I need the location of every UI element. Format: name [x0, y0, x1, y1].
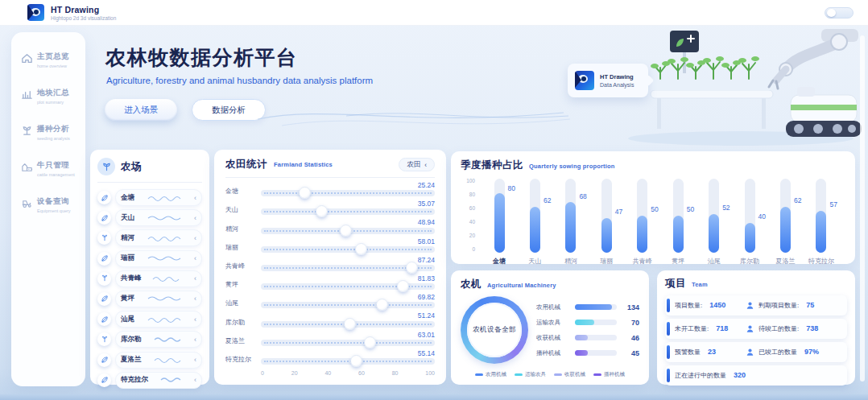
slider-track[interactable]: [261, 358, 435, 365]
theme-toggle[interactable]: [825, 7, 854, 19]
data-analysis-button[interactable]: 数据分析: [192, 99, 266, 121]
machinery-donut-chart[interactable]: 农机设备全部: [461, 296, 528, 364]
chevron-left-icon[interactable]: ‹: [194, 254, 196, 262]
farm-list-item[interactable]: 库尔勒‹: [97, 331, 202, 348]
legend-item[interactable]: 收获机械: [554, 371, 585, 378]
slider-track[interactable]: [261, 246, 435, 253]
slider-track[interactable]: [261, 208, 435, 215]
farm-list-item[interactable]: 特克拉尔‹: [97, 372, 202, 389]
farm-list-item[interactable]: 黄坪‹: [97, 291, 202, 307]
scrollbar[interactable]: [860, 35, 865, 381]
legend-item[interactable]: 农用机械: [475, 371, 506, 378]
bar-column[interactable]: 40库尔勒: [734, 179, 766, 266]
legend-item[interactable]: 播种机械: [593, 371, 625, 378]
farmland-filter-button[interactable]: 农田 ‹: [399, 158, 435, 171]
slider-value: 69.82: [418, 293, 435, 301]
slider-thumb[interactable]: [364, 336, 376, 348]
leaf-icon: [97, 373, 111, 387]
slider-thumb[interactable]: [299, 187, 311, 199]
chevron-left-icon[interactable]: ‹: [194, 295, 196, 303]
chevron-left-icon[interactable]: ‹: [194, 315, 196, 324]
bar-column[interactable]: 62天山: [519, 179, 551, 266]
sidebar-item-equipment-query[interactable]: 设备查询 Equipment query: [21, 196, 85, 213]
bar-column[interactable]: 57特克拉尔: [805, 179, 837, 266]
sidebar-item-home[interactable]: 主页总览 home overview: [21, 52, 85, 68]
project-stat-card[interactable]: 项目数量:1450 到期项目数量:75: [665, 295, 847, 315]
farm-list-item[interactable]: 夏洛兰‹: [97, 352, 202, 369]
chevron-left-icon[interactable]: ‹: [194, 194, 196, 202]
slider-thumb[interactable]: [350, 355, 362, 367]
sidebar-item-plot-summary[interactable]: 地块汇总 plot summary: [21, 88, 85, 105]
farms-panel-title: 农场: [121, 160, 142, 174]
machinery-bar-row: 农用机械134: [536, 303, 639, 311]
stat-value: 738: [806, 324, 818, 332]
filter-label: 农田: [407, 160, 420, 170]
farm-name: 天山: [121, 213, 134, 223]
chevron-left-icon[interactable]: ‹: [194, 356, 196, 364]
slider-track[interactable]: [261, 302, 435, 308]
farm-list-item[interactable]: 共青峰‹: [97, 270, 202, 287]
slider-label: 特克拉尔: [225, 355, 256, 365]
chevron-left-icon[interactable]: ‹: [194, 376, 196, 384]
toggle-knob-icon[interactable]: [827, 9, 836, 17]
page-subtitle: Agriculture, forestry and animal husband…: [106, 76, 373, 85]
bar-value: 62: [544, 196, 551, 204]
slider-thumb[interactable]: [344, 318, 356, 330]
slider-track[interactable]: [261, 228, 435, 234]
bar-column[interactable]: 52汕尾: [698, 179, 730, 266]
slider-track[interactable]: [261, 265, 435, 271]
farm-list-item[interactable]: 精河‹: [97, 229, 202, 246]
hbar-track[interactable]: [575, 320, 617, 325]
farm-list-item[interactable]: 金塘‹: [97, 189, 202, 206]
farm-list-item[interactable]: 天山‹: [97, 209, 202, 226]
farm-list-item[interactable]: 汕尾‹: [97, 311, 202, 328]
page-title: 农林牧数据分析平台: [105, 44, 298, 71]
slider-thumb[interactable]: [397, 280, 409, 292]
bar-column[interactable]: 50共青峰: [626, 179, 659, 266]
sidebar-item-sublabel: seeding analysis: [37, 136, 70, 141]
project-stat-card[interactable]: 未开工数量:718 待竣工的数量:738: [665, 319, 847, 339]
sidebar-item-label: 主页总览: [37, 52, 69, 62]
chevron-left-icon[interactable]: ‹: [194, 234, 196, 242]
farmland-slider-row: 天山35.07: [225, 200, 435, 218]
sidebar-item-cattle-management[interactable]: 牛只管理 cattle management: [21, 160, 85, 177]
person-icon: [746, 324, 754, 333]
bar-column[interactable]: 62夏洛兰: [770, 179, 802, 266]
sidebar-item-seeding-analysis[interactable]: 播种分析 seeding analysis: [21, 124, 85, 141]
hbar-value: 46: [622, 334, 639, 342]
leaf-icon: [97, 353, 111, 367]
farm-list-item[interactable]: 瑞丽‹: [97, 250, 202, 267]
slider-thumb[interactable]: [355, 243, 367, 255]
slider-track[interactable]: [261, 340, 435, 346]
bar-column[interactable]: 47瑞丽: [590, 179, 622, 266]
chevron-left-icon[interactable]: ‹: [194, 336, 196, 344]
legend-swatch: [515, 373, 523, 376]
enter-scene-button[interactable]: 进入场景: [105, 99, 177, 121]
project-stat-card[interactable]: 预警数量23 已竣工的数量97%: [665, 342, 847, 362]
slider-value: 55.14: [418, 349, 435, 357]
bar-column[interactable]: 68精河: [555, 179, 587, 266]
bar-column[interactable]: 50黄坪: [662, 179, 694, 266]
slider-track[interactable]: [261, 321, 435, 328]
bar-column[interactable]: 80金塘: [483, 179, 515, 266]
chevron-left-icon[interactable]: ‹: [194, 274, 196, 282]
hbar-value: 45: [622, 349, 639, 357]
hbar-track[interactable]: [575, 335, 617, 340]
project-stat-card[interactable]: 正在进行中的数量320: [665, 365, 847, 386]
slider-track[interactable]: [261, 190, 435, 196]
sprout-icon: [21, 125, 33, 137]
slider-thumb[interactable]: [316, 205, 328, 217]
slider-track[interactable]: [261, 283, 435, 290]
slider-thumb[interactable]: [406, 262, 418, 274]
sidebar-item-sublabel: Equipment query: [37, 208, 71, 213]
hbar-value: 70: [622, 319, 639, 327]
hbar-track[interactable]: [575, 304, 617, 310]
farm-name: 精河: [121, 233, 134, 243]
sidebar: 主页总览 home overview 地块汇总 plot summary 播种分…: [11, 32, 85, 386]
legend-item[interactable]: 运输农具: [515, 371, 546, 378]
hbar-track[interactable]: [575, 350, 617, 356]
slider-value: 58.01: [418, 237, 435, 245]
slider-thumb[interactable]: [376, 299, 388, 311]
slider-thumb[interactable]: [340, 225, 352, 237]
chevron-left-icon[interactable]: ‹: [194, 214, 196, 222]
